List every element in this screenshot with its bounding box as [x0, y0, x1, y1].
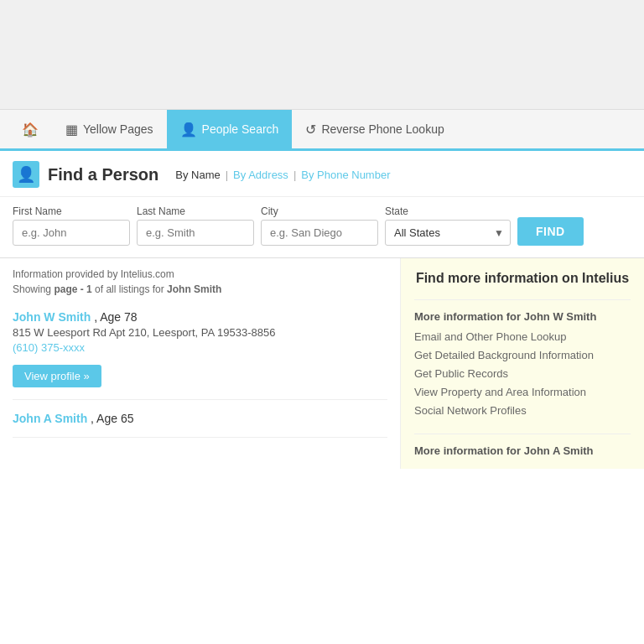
tab-by-name[interactable]: By Name: [175, 169, 220, 181]
nav-home[interactable]: 🏠: [8, 110, 52, 148]
home-icon: 🏠: [22, 122, 39, 138]
find-button[interactable]: FIND: [517, 217, 584, 246]
search-tabs: By Name | By Address | By Phone Number: [175, 169, 390, 181]
info-line2: Showing page - 1 of all listings for Joh…: [13, 283, 387, 295]
yellow-pages-icon: ▦: [65, 122, 78, 138]
results-right: Find more information on Intelius More i…: [401, 258, 644, 469]
person-1-age: , Age 78: [94, 310, 137, 324]
more-info-title-2: More information for John A Smith: [414, 444, 631, 457]
reverse-phone-icon: ↺: [305, 122, 316, 138]
people-search-icon: 👤: [180, 122, 197, 138]
top-space: [0, 0, 644, 109]
main-content: 👤 Find a Person By Name | By Address | B…: [0, 151, 644, 469]
state-field: State All States Alabama Alaska Arizona …: [385, 205, 511, 246]
city-label: City: [261, 205, 378, 217]
person-2-name[interactable]: John A Smith: [13, 412, 87, 425]
person-2-age: , Age 65: [91, 412, 133, 425]
tab-separator-1: |: [226, 169, 228, 181]
view-profile-button-1[interactable]: View profile »: [13, 365, 101, 387]
more-info-link-1-4[interactable]: View Property and Area Information: [414, 383, 631, 402]
state-label: State: [385, 205, 511, 217]
person-result-1: John W Smith , Age 78 815 W Leesport Rd …: [13, 299, 387, 400]
page-bold: page - 1: [54, 283, 91, 295]
firstname-label: First Name: [13, 205, 130, 217]
tab-by-phone[interactable]: By Phone Number: [301, 169, 390, 181]
person-2-name-age: John A Smith , Age 65: [13, 412, 387, 425]
person-1-address: 815 W Leesport Rd Apt 210, Leesport, PA …: [13, 326, 387, 339]
tab-separator-2: |: [293, 169, 296, 181]
nav-yellow-pages-label: Yellow Pages: [83, 122, 153, 136]
find-person-icon: 👤: [13, 161, 39, 188]
more-info-section-1: More information for John W Smith Email …: [414, 299, 631, 420]
more-info-link-1-3[interactable]: Get Public Records: [414, 365, 631, 383]
results-area: Information provided by Intelius.com Sho…: [0, 258, 644, 469]
person-1-name[interactable]: John W Smith: [13, 310, 91, 324]
find-person-header: 👤 Find a Person By Name | By Address | B…: [0, 151, 644, 197]
more-info-section-2: More information for John A Smith: [414, 434, 631, 457]
name-bold: John Smith: [167, 283, 221, 295]
form-row: First Name Last Name City State All Stat…: [13, 205, 631, 246]
firstname-input[interactable]: [13, 220, 130, 246]
lastname-input[interactable]: [137, 220, 254, 246]
tab-by-address[interactable]: By Address: [233, 169, 288, 181]
search-form: First Name Last Name City State All Stat…: [0, 197, 644, 258]
right-panel-title: Find more information on Intelius: [414, 270, 631, 288]
nav-yellow-pages[interactable]: ▦ Yellow Pages: [52, 110, 167, 148]
lastname-field: Last Name: [137, 205, 254, 246]
city-input[interactable]: [261, 220, 378, 246]
nav-people-search[interactable]: 👤 People Search: [167, 110, 293, 148]
page-wrapper: 🏠 ▦ Yellow Pages 👤 People Search ↺ Rever…: [0, 0, 644, 644]
info-line1: Information provided by Intelius.com: [13, 268, 387, 280]
nav-people-search-label: People Search: [202, 122, 279, 136]
state-select[interactable]: All States Alabama Alaska Arizona Arkans…: [385, 220, 511, 246]
more-info-link-1-2[interactable]: Get Detailed Background Information: [414, 346, 631, 365]
navbar: 🏠 ▦ Yellow Pages 👤 People Search ↺ Rever…: [0, 109, 644, 151]
nav-reverse-phone[interactable]: ↺ Reverse Phone Lookup: [292, 110, 457, 148]
results-left: Information provided by Intelius.com Sho…: [0, 258, 401, 469]
more-info-link-1-1[interactable]: Email and Other Phone Lookup: [414, 328, 631, 346]
find-person-title: Find a Person: [48, 165, 158, 184]
firstname-field: First Name: [13, 205, 130, 246]
person-result-2: John A Smith , Age 65: [13, 400, 387, 438]
person-1-name-age: John W Smith , Age 78: [13, 310, 387, 324]
state-select-wrapper: All States Alabama Alaska Arizona Arkans…: [385, 220, 511, 246]
person-1-phone: (610) 375-xxxx: [13, 341, 387, 354]
nav-reverse-phone-label: Reverse Phone Lookup: [321, 122, 444, 136]
city-field: City: [261, 205, 378, 246]
more-info-link-1-5[interactable]: Social Network Profiles: [414, 402, 631, 420]
more-info-title-1: More information for John W Smith: [414, 310, 631, 323]
lastname-label: Last Name: [137, 205, 254, 217]
